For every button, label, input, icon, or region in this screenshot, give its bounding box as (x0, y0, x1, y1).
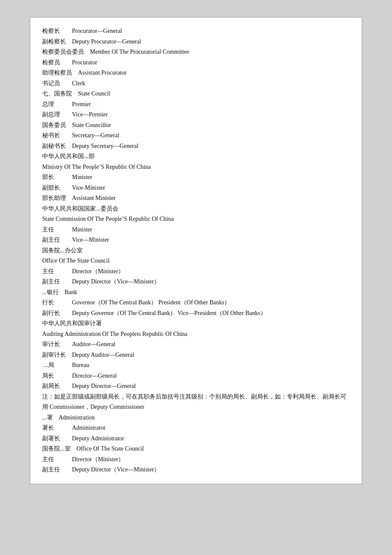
content-line: 国务院...室 Office Of The State Council (42, 444, 350, 454)
content-line: 部长 Minister (42, 172, 350, 183)
content-line: 检察员 Procurator (42, 58, 350, 68)
content-line: Office Of The State Council (42, 256, 350, 266)
content-line: 副总理 Vice—Premier (42, 110, 350, 120)
content-line: 主任 Director（Minister） (42, 454, 350, 465)
content-line: 七、国务院 State Council (42, 89, 350, 99)
content-line: 注：如是正部级或副部级局长，可在其职务后加括号注其级别：个别局的局长、副局长，如… (42, 392, 350, 413)
content-line: 副主任 Vice—Minister (42, 235, 350, 246)
content-line: 中华人民共和国国家...委员会 (42, 204, 350, 214)
content-line: 副部长 Vice-Minister (42, 183, 350, 194)
content-line: 副秘书长 Deputy Secretary—General (42, 141, 350, 152)
content-line: 主任 Director（Minister） (42, 266, 350, 277)
content-line: 书记员 Clerk (42, 78, 350, 89)
content-line: 检察委员会委员 Member Of The Procuratorial Comm… (42, 47, 350, 58)
content-line: 行长 Governor（Of The Central Bank） Preside… (42, 298, 350, 308)
content-line: 助理检察员 Assistant Procurator (42, 68, 350, 78)
content-line: 主任 Minister (42, 225, 350, 235)
content-line: Auditing Administration Of The Peopleis … (42, 329, 350, 340)
content-line: Ministry Of The People’S Republic Of Chi… (42, 162, 350, 173)
content-line: 总理 Premier (42, 99, 350, 110)
content-line: 副检察长 Deputy Procurator—General (42, 37, 350, 47)
content-line: 署长 Administrator (42, 423, 350, 434)
content-line: 副主任 Deputy Director（Vice—Minister） (42, 277, 350, 287)
content-line: …局 Bureau (42, 360, 350, 371)
content-line: 局长 Director—General (42, 371, 350, 382)
content-line: 国务委员 State Councillor (42, 120, 350, 131)
content-line: 部长助理 Assistant Minister (42, 193, 350, 204)
content-line: 中华人民共和国审计署 (42, 318, 350, 329)
content-line: State Commission Of The People’S Republi… (42, 214, 350, 225)
content-line: ...银行 Bank (42, 287, 350, 298)
document-content: 检察长 Procurator—General副检察长 Deputy Procur… (42, 26, 350, 475)
content-line: 副主任 Deputy Director（Vice—Minister） (42, 465, 350, 475)
content-line: 中华人民共和国...部 (42, 151, 350, 162)
content-line: 副审计长 Deputy Auditor—General (42, 350, 350, 361)
content-line: 秘书长 Secretary—General (42, 130, 350, 141)
content-line: 国务院...办公室 (42, 246, 350, 256)
content-line: 副署长 Deputy Administrator (42, 434, 350, 444)
content-line: 审计长 Auditor—General (42, 339, 350, 350)
content-line: 副行长 Deputy Governor（Of The Central Bank）… (42, 308, 350, 319)
content-line: 检察长 Procurator—General (42, 26, 350, 37)
document-container: 检察长 Procurator—General副检察长 Deputy Procur… (30, 17, 362, 484)
content-line: 副局长 Deputy Director—General (42, 381, 350, 392)
content-line: ...署 Administration (42, 413, 350, 423)
